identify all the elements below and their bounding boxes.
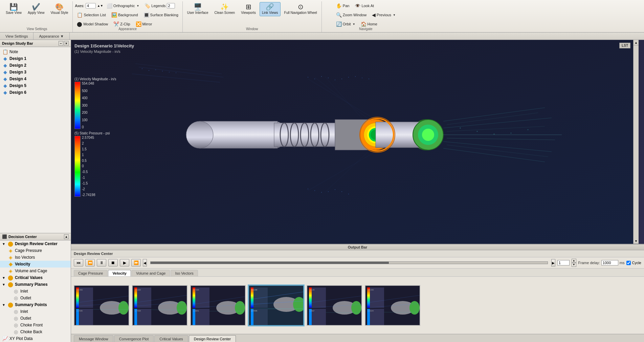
save-view-button[interactable]: 💾 Save View — [3, 2, 24, 16]
drc-tab-cage-pressure[interactable]: Cage Pressure — [74, 270, 107, 276]
svg-text:2.17035: 2.17035 — [76, 310, 83, 312]
thumbnail-5[interactable]: 321.84 1.9567 — [307, 285, 362, 326]
velocity-labels: 554.048 500 400 300 200 100 0 — [82, 82, 94, 129]
orthographic-button[interactable]: ⬜ Orthographic ▼ — [105, 2, 141, 9]
tree-item-design5[interactable]: ◆ Design 5 — [0, 82, 71, 89]
model-shadow-button[interactable]: ⬤ Model Shadow — [75, 20, 110, 28]
thumbnail-3[interactable]: 397.838 1.18641 — [190, 285, 246, 326]
thumbnail-1[interactable]: 558.409 2.17035 — [74, 285, 129, 326]
frame-number-input[interactable] — [557, 260, 570, 265]
home-button[interactable]: 🏠 Home — [359, 20, 379, 28]
viewport-main[interactable]: Design 1\Scenario 1\Velocity (1) Velocit… — [71, 40, 644, 244]
sp-expand-icon: ▼ — [2, 283, 5, 286]
orbit-dropdown-icon[interactable]: ▼ — [353, 23, 355, 26]
dc-velocity[interactable]: ◈ Velocity — [0, 261, 71, 268]
previous-dropdown-icon[interactable]: ▼ — [393, 14, 396, 17]
link-views-button[interactable]: 🔗 Link Views — [260, 2, 281, 16]
tree-item-design4[interactable]: ◆ Design 4 — [0, 76, 71, 82]
drc-tab-iso-vectors[interactable]: Iso Vectors — [171, 270, 198, 276]
progress-bar[interactable] — [150, 261, 548, 264]
pause-button[interactable]: ⏸ — [97, 259, 106, 266]
decision-center-icon: ⬛ — [2, 234, 7, 239]
lst-badge[interactable]: LST — [619, 43, 630, 48]
background-button[interactable]: 🖼️ Background — [109, 11, 140, 19]
legends-button[interactable]: 🏷️ Legends — [142, 2, 177, 9]
dc-summary-points[interactable]: ▼ ⬤ Summary Points — [0, 301, 71, 308]
cage-pressure-icon: ◈ — [7, 248, 14, 253]
bottom-tab-message-window[interactable]: Message Window — [74, 335, 113, 342]
viewports-button[interactable]: ⊞ Viewports — [239, 2, 258, 16]
thumbnail-4[interactable]: 554.048 2.57045 — [248, 285, 304, 326]
axes-spinner-up[interactable]: ▲▼ — [97, 4, 103, 7]
rewind-to-start-button[interactable]: ⏮ — [74, 259, 83, 266]
dc-sp-outlet[interactable]: ◎ Outlet — [0, 295, 71, 301]
legends-value-input[interactable] — [167, 3, 175, 8]
design-study-bar-close[interactable]: × — [64, 41, 69, 46]
decision-center-scroll[interactable]: ▲ — [64, 234, 69, 239]
thumbnail-2[interactable]: 479.626 1.77028 — [132, 285, 187, 326]
drc-tab-velocity[interactable]: Velocity — [108, 270, 131, 276]
dc-choke-back[interactable]: ◎ Choke Back — [0, 328, 71, 335]
tree-item-note[interactable]: 📋 Note — [0, 48, 71, 55]
pressure-legend: (5) Static Pressure - psi 2.57045 2 1.5 … — [74, 131, 110, 197]
scroll-down-btn[interactable]: ▼ — [634, 238, 639, 244]
surface-blanking-button[interactable]: 🔳 Surface Blanking — [141, 11, 180, 19]
dc-choke-front[interactable]: ◎ Choke Front — [0, 322, 71, 328]
bottom-tab-design-review-center[interactable]: Design Review Center — [189, 335, 236, 342]
tree-item-design2[interactable]: ◆ Design 2 — [0, 62, 71, 69]
tree-item-design3[interactable]: ◆ Design 3 — [0, 69, 71, 76]
frame-spinner[interactable]: ▲ ▼ — [572, 259, 576, 267]
output-bar-header[interactable]: Output Bar — [71, 244, 644, 250]
look-at-button[interactable]: 👁️ Look At — [353, 2, 376, 9]
thumbnail-6[interactable]: 388.043 3.15244 — [365, 285, 420, 326]
zoom-window-button[interactable]: 🔍 Zoom Window — [334, 11, 369, 19]
design-study-bar-minimize[interactable]: − — [59, 41, 63, 46]
frame-delay-input[interactable] — [601, 260, 618, 265]
step-back-button[interactable]: ⏪ — [85, 259, 95, 266]
design6-icon: ◆ — [2, 90, 8, 95]
appearance-section-btn[interactable]: Appearance ▼ — [34, 33, 69, 40]
tree-item-design1[interactable]: ◆ Design 1 — [0, 55, 71, 62]
viewport-scrollbar[interactable]: ▲ ▼ — [633, 40, 639, 244]
apply-view-button[interactable]: ✔️ Apply View — [25, 2, 47, 16]
progress-arrow-left[interactable]: ◀ — [143, 259, 147, 266]
dc-critical-values[interactable]: ▼ ⬤ Critical Values — [0, 274, 71, 281]
z-clip-button[interactable]: ✂️ Z-Clip — [111, 20, 132, 28]
selection-list-button[interactable]: 📋 Selection List — [75, 11, 108, 19]
stop-button[interactable]: ⏹ — [108, 259, 118, 266]
bottom-tab-critical-values[interactable]: Critical Values — [154, 335, 188, 342]
design-study-bar-title: Design Study Bar — [2, 41, 33, 45]
scroll-up-btn[interactable]: ▲ — [634, 40, 639, 45]
dc-iso-vectors[interactable]: ◈ Iso Vectors — [0, 254, 71, 261]
full-nav-wheel-button[interactable]: ⊙ Full Navigation Wheel — [282, 2, 319, 16]
clean-screen-button[interactable]: ✨ Clean Screen — [212, 2, 238, 16]
progress-arrow-right[interactable]: ▶ — [551, 259, 555, 266]
view-settings-section[interactable]: View Settings — [0, 33, 34, 40]
save-view-icon: 💾 — [9, 3, 18, 10]
orbit-button[interactable]: 🔄 Orbit ▼ — [334, 20, 357, 28]
previous-button[interactable]: ◀ Previous ▼ — [370, 11, 398, 19]
pan-button[interactable]: ✋ Pan — [334, 2, 352, 9]
dc-cage-pressure[interactable]: ◈ Cage Pressure — [0, 247, 71, 254]
dc-design-review-center[interactable]: ▼ ⬤ Design Review Center — [0, 240, 71, 247]
viewports-icon: ⊞ — [246, 3, 251, 10]
dc-xy-plot-data[interactable]: 📈 XY Plot Data — [0, 335, 71, 342]
drc-tab-volume-cage[interactable]: Volume and Cage — [132, 270, 170, 276]
mirror-button[interactable]: 🔀 Mirror — [134, 20, 154, 28]
cycle-checkbox[interactable] — [626, 261, 631, 265]
decision-center: ⬛ Decision Center ▲ ▼ ⬤ Design Review Ce… — [0, 233, 71, 342]
axes-input[interactable] — [86, 3, 96, 8]
dc-volume-and-cage[interactable]: ◈ Volume and Cage — [0, 268, 71, 274]
play-button[interactable]: ▶ — [120, 259, 129, 266]
dc-summary-planes[interactable]: ▼ ⬤ Summary Planes — [0, 281, 71, 288]
dc-spt-inlet[interactable]: ◎ Inlet — [0, 308, 71, 315]
bottom-tab-convergence-plot[interactable]: Convergence Plot — [114, 335, 154, 342]
user-interface-button[interactable]: 🖥️ User Interface — [185, 2, 211, 16]
svg-point-51 — [328, 78, 329, 78]
fast-forward-button[interactable]: ⏩ — [131, 259, 141, 266]
dc-sp-inlet[interactable]: ◎ Inlet — [0, 288, 71, 295]
visual-style-button[interactable]: 🎨 Visual Style — [48, 2, 70, 16]
orthographic-dropdown-icon[interactable]: ▼ — [136, 4, 139, 7]
tree-item-design6[interactable]: ◆ Design 6 — [0, 89, 71, 96]
dc-spt-outlet[interactable]: ◎ Outlet — [0, 315, 71, 322]
